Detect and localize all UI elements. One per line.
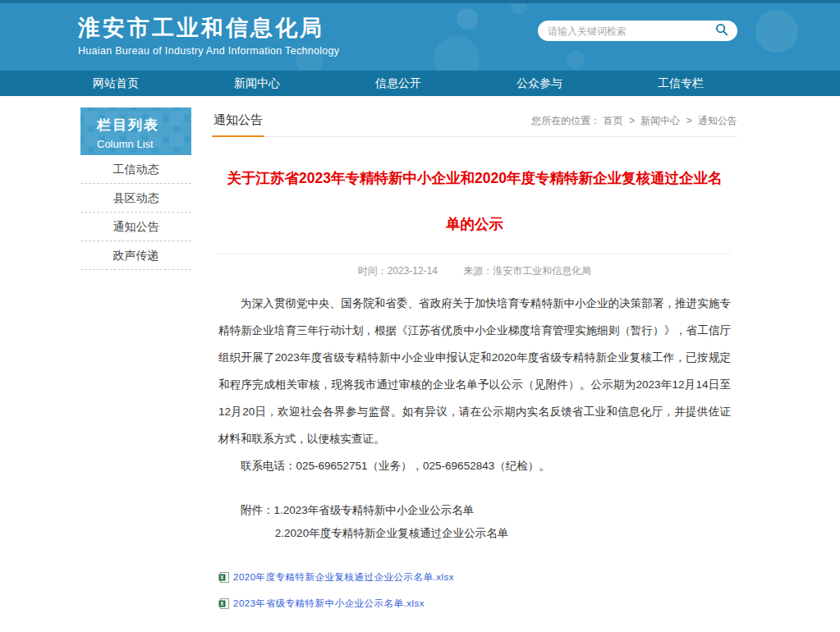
decorative-bubble [434, 36, 480, 71]
decorative-bubble [755, 10, 798, 53]
article-meta: 时间：2023-12-14 来源：淮安市工业和信息化局 [218, 254, 731, 278]
breadcrumb-current[interactable]: 通知公告 [698, 115, 737, 126]
sidebar-subtitle: Column List [97, 138, 191, 150]
sidebar-item-notices[interactable]: 通知公告 [80, 213, 191, 241]
article-contact: 联系电话：025-69652751（业务），025-69652843（纪检）。 [218, 452, 731, 479]
article-time: 时间：2023-12-14 [358, 265, 438, 277]
decorative-bubble [457, 8, 478, 30]
attachment-download-label: 2020年度专精特新企业复核通过企业公示名单.xlsx [233, 571, 454, 584]
breadcrumb-separator: > [629, 115, 635, 126]
breadcrumb-home-link[interactable]: 首页 [604, 115, 623, 126]
nav-item-special-column[interactable]: 工信专栏 [658, 76, 704, 91]
attachment-download-label: 2023年省级专精特新中小企业公示名单.xlsx [233, 598, 425, 610]
sidebar: 栏目列表 Column List 工信动态 县区动态 通知公告 政声传递 [80, 108, 191, 632]
search-button[interactable] [713, 22, 731, 40]
search-input[interactable] [548, 25, 713, 37]
article: 关于江苏省2023年专精特新中小企业和2020年度专精特新企业复核通过企业名单的… [212, 155, 737, 632]
sidebar-title: 栏目列表 [97, 116, 191, 135]
article-body: 为深入贯彻党中央、国务院和省委、省政府关于加快培育专精特新中小企业的决策部署，推… [218, 290, 731, 545]
search-box [538, 21, 737, 41]
sidebar-header: 栏目列表 Column List [80, 108, 191, 155]
nav-item-home[interactable]: 网站首页 [93, 76, 139, 91]
svg-text:X: X [220, 575, 224, 580]
attachment-downloads: X 2020年度专精特新企业复核通过企业公示名单.xlsx X 2023年省级专… [218, 571, 731, 610]
attachment-list-text: 附件：1.2023年省级专精特新中小企业公示名单 2.2020年度专精特新企业复… [218, 499, 731, 545]
section-header: 通知公告 您所在的位置： 首页 > 新闻中心 > 通知公告 [212, 108, 737, 137]
article-title: 关于江苏省2023年专精特新中小企业和2020年度专精特新企业复核通过企业名单的… [218, 155, 731, 247]
breadcrumb-separator: > [686, 115, 692, 126]
breadcrumb: 您所在的位置： 首页 > 新闻中心 > 通知公告 [531, 114, 737, 136]
tab-notices[interactable]: 通知公告 [212, 108, 264, 137]
attachment-download-2023[interactable]: X 2023年省级专精特新中小企业公示名单.xlsx [218, 598, 731, 610]
page-body: 栏目列表 Column List 工信动态 县区动态 通知公告 政声传递 通知公… [80, 108, 737, 632]
main-content: 通知公告 您所在的位置： 首页 > 新闻中心 > 通知公告 关于江苏省2023年… [212, 108, 737, 632]
decorative-bubble [567, 51, 585, 69]
nav-item-public-participation[interactable]: 公众参与 [516, 76, 562, 91]
nav-item-news[interactable]: 新闻中心 [234, 76, 280, 91]
decorative-bubble [511, 0, 527, 15]
excel-icon: X [218, 572, 229, 583]
site-title: 淮安市工业和信息化局 [78, 15, 339, 41]
excel-icon: X [218, 598, 229, 609]
site-subtitle: Huaian Bureau of Industry And Informatio… [78, 45, 339, 57]
site-brand: 淮安市工业和信息化局 Huaian Bureau of Industry And… [78, 15, 339, 57]
breadcrumb-label: 您所在的位置： [531, 115, 600, 126]
attachment-item-2: 2.2020年度专精特新企业复核通过企业公示名单 [218, 522, 731, 545]
sidebar-item-county-news[interactable]: 县区动态 [80, 184, 191, 213]
search-icon [714, 22, 729, 39]
main-nav: 网站首页 新闻中心 信息公开 公众参与 工信专栏 [0, 71, 840, 96]
site-header: 淮安市工业和信息化局 Huaian Bureau of Industry And… [0, 0, 840, 71]
breadcrumb-news-link[interactable]: 新闻中心 [640, 115, 680, 126]
attachment-download-2020[interactable]: X 2020年度专精特新企业复核通过企业公示名单.xlsx [218, 571, 731, 584]
article-source: 来源：淮安市工业和信息化局 [463, 265, 591, 277]
nav-item-info-disclosure[interactable]: 信息公开 [375, 76, 421, 91]
article-paragraph: 为深入贯彻党中央、国务院和省委、省政府关于加快培育专精特新中小企业的决策部署，推… [218, 290, 731, 452]
sidebar-item-industry-news[interactable]: 工信动态 [80, 155, 191, 184]
svg-text:X: X [220, 601, 224, 607]
attachment-heading: 附件：1.2023年省级专精特新中小企业公示名单 [218, 499, 731, 522]
sidebar-item-gov-voice[interactable]: 政声传递 [80, 241, 191, 270]
